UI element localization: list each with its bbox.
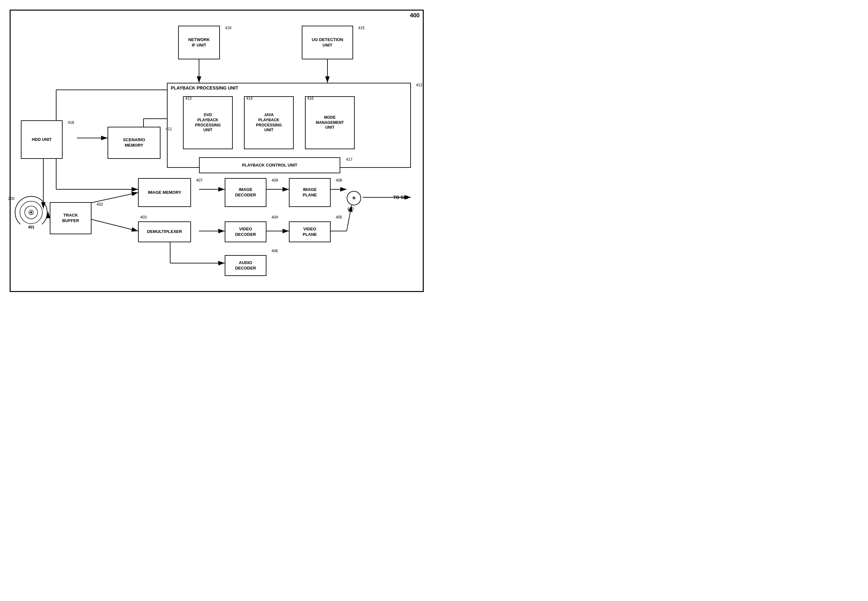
to-500-label: TO 500 xyxy=(393,195,408,200)
ref-403: 403 xyxy=(140,215,147,220)
ref-402: 402 xyxy=(96,202,103,207)
ref-410: 410 xyxy=(347,207,354,211)
disc-svg xyxy=(14,196,48,224)
ref-413: 413 xyxy=(185,96,192,101)
uo-detection-unit: UO DETECTION UNIT 415 xyxy=(302,26,353,59)
ref-407: 407 xyxy=(196,178,203,183)
ref-415: 415 xyxy=(358,26,365,31)
video-plane: VIDEO PLANE 405 xyxy=(289,221,331,242)
mode-management-unit: MODE MANAGEMENT UNIT 416 xyxy=(305,96,355,149)
ref-414: 414 xyxy=(246,96,253,101)
ref-411: 411 xyxy=(166,127,172,132)
ref-418: 418 xyxy=(68,121,74,125)
hdd-unit: HDD UNIT 418 xyxy=(21,121,63,159)
disc-label-200: 401 xyxy=(28,225,34,229)
dvd-playback-unit: DVD PLAYBACK PROCESSING UNIT 413 xyxy=(183,96,233,149)
playback-control-unit: PLAYBACK CONTROL UNIT 417 xyxy=(199,157,340,173)
audio-decoder: AUDIO DECODER 406 xyxy=(225,255,266,276)
svg-point-36 xyxy=(30,212,32,214)
demultiplexer: DEMULTIPLEXER 403 xyxy=(138,221,191,242)
ref-406: 406 xyxy=(272,249,278,254)
ref-417: 417 xyxy=(346,157,353,162)
ref-404: 404 xyxy=(272,215,278,220)
ref-412: 412 xyxy=(416,83,422,88)
ref-409: 409 xyxy=(272,178,278,183)
plus-circle: + 410 xyxy=(347,191,361,205)
java-playback-unit: JAVA PLAYBACK PROCESSING UNIT 414 xyxy=(244,96,294,149)
ref-405: 405 xyxy=(336,215,342,220)
diagram-container: 400 xyxy=(0,0,434,300)
image-memory: IMAGE MEMORY 407 xyxy=(138,178,191,207)
disc: 401 200 xyxy=(14,196,48,229)
track-buffer: TRACK BUFFER 402 xyxy=(50,202,92,234)
video-decoder: VIDEO DECODER 404 xyxy=(225,221,266,242)
ref-419: 419 xyxy=(225,26,231,31)
label-400: 400 xyxy=(410,12,420,19)
image-plane: IMAGE PLANE 408 xyxy=(289,178,331,207)
ref-416: 416 xyxy=(307,96,313,101)
ref-401: 200 xyxy=(8,196,14,201)
network-if-unit: NETWORK IF UNIT 419 xyxy=(178,26,220,59)
image-decoder: IMAGE DECODER 409 xyxy=(225,178,266,207)
ref-408: 408 xyxy=(336,178,342,183)
scenario-memory: SCENARIO MEMORY 411 xyxy=(107,127,160,159)
